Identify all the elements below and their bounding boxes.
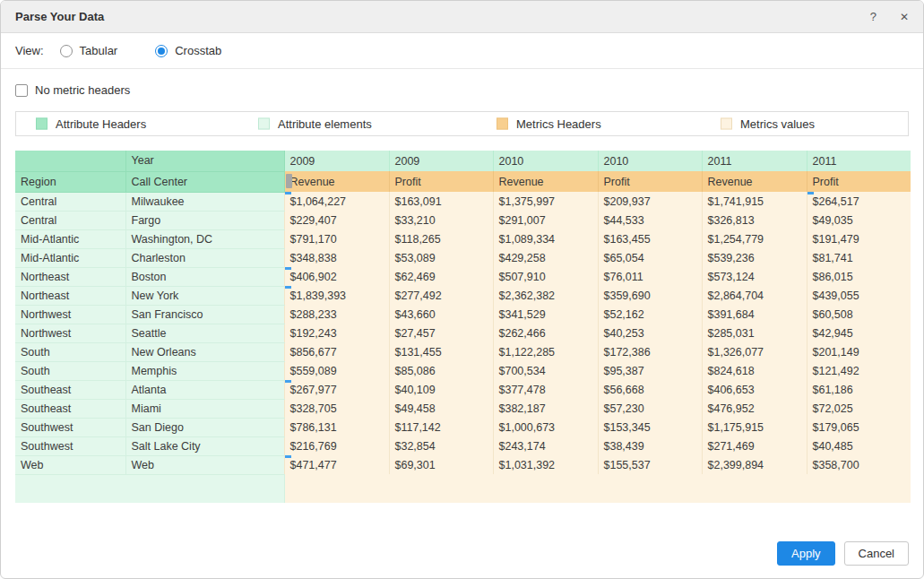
value-cell[interactable]: $262,466 [493,324,598,342]
value-cell[interactable]: $172,386 [598,342,702,361]
year-label-cell[interactable]: Year [125,151,284,171]
call-center-cell[interactable]: New Orleans [125,342,284,361]
value-cell[interactable]: $476,952 [702,399,807,418]
value-cell[interactable]: $191,479 [807,229,911,248]
region-cell[interactable]: Northeast [15,286,125,305]
call-center-cell[interactable]: Atlanta [125,380,284,399]
value-cell[interactable]: $42,945 [807,324,911,342]
region-cell[interactable]: Northwest [15,324,125,342]
no-metric-headers-checkbox[interactable] [15,84,28,97]
value-cell[interactable]: $65,054 [598,248,702,267]
call-center-cell[interactable]: Boston [125,267,284,286]
call-center-cell[interactable]: New York [125,286,284,305]
metric-header-cell[interactable]: Profit [598,171,702,192]
value-cell[interactable]: $277,492 [389,286,493,305]
apply-button[interactable]: Apply [777,541,835,566]
value-cell[interactable]: $786,131 [284,418,389,436]
cancel-button[interactable]: Cancel [844,541,909,566]
radio-tabular[interactable]: Tabular [60,44,118,57]
value-cell[interactable]: $573,124 [702,267,807,286]
call-center-cell[interactable]: Memphis [125,361,284,380]
value-cell[interactable]: $61,186 [807,380,911,399]
value-cell[interactable]: $1,031,392 [493,455,598,474]
value-cell[interactable]: $155,537 [598,455,702,474]
value-cell[interactable]: $700,534 [493,361,598,380]
value-cell[interactable]: $40,109 [389,380,493,399]
region-cell[interactable]: Central [15,211,125,229]
value-cell[interactable]: $57,230 [598,399,702,418]
region-cell[interactable]: Mid-Atlantic [15,248,125,267]
value-cell[interactable]: $1,375,997 [493,192,598,211]
value-cell[interactable]: $439,055 [807,286,911,305]
region-cell[interactable]: Northeast [15,267,125,286]
value-cell[interactable]: $72,025 [807,399,911,418]
region-cell[interactable]: Mid-Atlantic [15,229,125,248]
value-cell[interactable]: $406,653 [702,380,807,399]
value-cell[interactable]: $348,838 [284,248,389,267]
value-cell[interactable]: $2,864,704 [702,286,807,305]
value-cell[interactable]: $53,089 [389,248,493,267]
year-header-cell[interactable]: 2011 [807,151,911,171]
value-cell[interactable]: $40,253 [598,324,702,342]
value-cell[interactable]: $216,769 [284,436,389,455]
value-cell[interactable]: $267,977 [284,380,389,399]
value-cell[interactable]: $118,265 [389,229,493,248]
value-cell[interactable]: $76,011 [598,267,702,286]
value-cell[interactable]: $2,362,382 [493,286,598,305]
value-cell[interactable]: $27,457 [389,324,493,342]
call-center-cell[interactable]: Washington, DC [125,229,284,248]
value-cell[interactable]: $377,478 [493,380,598,399]
call-center-cell[interactable]: Milwaukee [125,192,284,211]
region-cell[interactable]: Southwest [15,418,125,436]
value-cell[interactable]: $288,233 [284,305,389,324]
value-cell[interactable]: $153,345 [598,418,702,436]
call-center-cell[interactable]: Seattle [125,324,284,342]
value-cell[interactable]: $1,122,285 [493,342,598,361]
year-header-cell[interactable]: 2010 [598,151,702,171]
value-cell[interactable]: $131,455 [389,342,493,361]
value-cell[interactable]: $81,741 [807,248,911,267]
year-header-cell[interactable]: 2009 [389,151,493,171]
value-cell[interactable]: $1,000,673 [493,418,598,436]
call-center-cell[interactable]: San Francisco [125,305,284,324]
value-cell[interactable]: $86,015 [807,267,911,286]
year-header-cell[interactable]: 2009 [284,151,389,171]
value-cell[interactable]: $791,170 [284,229,389,248]
value-cell[interactable]: $95,387 [598,361,702,380]
value-cell[interactable]: $56,668 [598,380,702,399]
value-cell[interactable]: $1,839,393 [284,286,389,305]
metric-header-cell[interactable]: Profit [389,171,493,192]
call-center-label-cell[interactable]: Call Center [125,171,284,192]
radio-crosstab[interactable]: Crosstab [155,44,221,57]
value-cell[interactable]: $507,910 [493,267,598,286]
value-cell[interactable]: $44,533 [598,211,702,229]
value-cell[interactable]: $824,618 [702,361,807,380]
value-cell[interactable]: $341,529 [493,305,598,324]
value-cell[interactable]: $43,660 [389,305,493,324]
value-cell[interactable]: $291,007 [493,211,598,229]
help-icon[interactable]: ? [870,11,877,22]
value-cell[interactable]: $33,210 [389,211,493,229]
value-cell[interactable]: $1,254,779 [702,229,807,248]
value-cell[interactable]: $229,407 [284,211,389,229]
call-center-cell[interactable]: Miami [125,399,284,418]
corner-blank-cell[interactable] [15,151,125,171]
call-center-cell[interactable]: San Diego [125,418,284,436]
metric-header-cell[interactable]: Revenue [284,171,389,192]
value-cell[interactable]: $32,854 [389,436,493,455]
value-cell[interactable]: $429,258 [493,248,598,267]
metric-header-cell[interactable]: Profit [807,171,911,192]
close-icon[interactable]: ✕ [900,12,909,22]
value-cell[interactable]: $1,741,915 [702,192,807,211]
value-cell[interactable]: $285,031 [702,324,807,342]
region-cell[interactable]: Web [15,455,125,474]
region-cell[interactable]: South [15,361,125,380]
value-cell[interactable]: $1,175,915 [702,418,807,436]
region-cell[interactable]: South [15,342,125,361]
value-cell[interactable]: $209,937 [598,192,702,211]
value-cell[interactable]: $1,089,334 [493,229,598,248]
value-cell[interactable]: $264,517 [807,192,911,211]
value-cell[interactable]: $192,243 [284,324,389,342]
value-cell[interactable]: $201,149 [807,342,911,361]
value-cell[interactable]: $121,492 [807,361,911,380]
